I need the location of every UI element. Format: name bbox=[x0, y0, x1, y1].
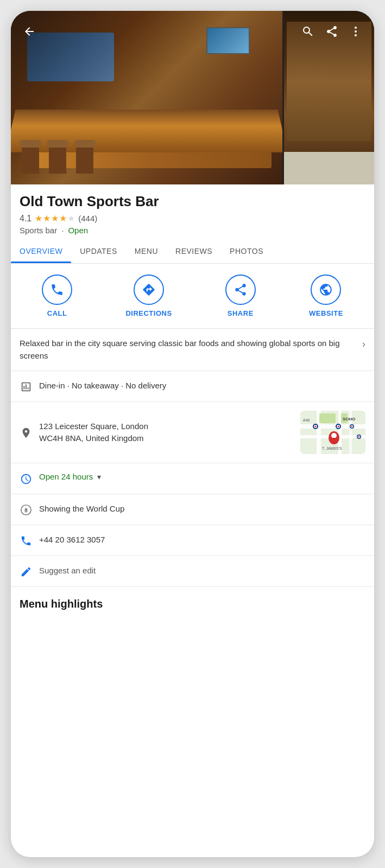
soccer-icon bbox=[20, 503, 33, 516]
tab-photos[interactable]: PHOTOS bbox=[221, 239, 272, 263]
address-text: 123 Leicester Square, London WC4H 8NA, U… bbox=[39, 420, 294, 445]
place-info-section: Old Town Sports Bar 4.1 ★ ★ ★ ★ ★ (444) … bbox=[11, 184, 374, 239]
hours-content: Open 24 hours ▾ bbox=[39, 472, 101, 481]
search-button[interactable] bbox=[298, 22, 318, 41]
call-circle bbox=[42, 275, 72, 305]
open-status: Open bbox=[68, 226, 88, 235]
star-2: ★ bbox=[43, 213, 51, 224]
rating-number: 4.1 bbox=[20, 214, 31, 224]
service-options-text: Dine-in · No takeaway · No delivery bbox=[39, 380, 365, 392]
map-thumbnail[interactable]: SOHO A40 T. JAMES'S bbox=[300, 411, 365, 454]
directions-label: DIRECTIONS bbox=[125, 309, 172, 317]
share-action[interactable]: SHARE bbox=[225, 275, 256, 317]
tab-reviews[interactable]: REVIEWS bbox=[167, 239, 221, 263]
hours-text: Open 24 hours bbox=[39, 472, 93, 481]
menu-highlights-header: Menu highlights bbox=[11, 587, 374, 615]
clock-icon bbox=[20, 472, 33, 485]
svg-point-21 bbox=[351, 426, 352, 427]
share-label: SHARE bbox=[228, 309, 254, 317]
phone-frame: Old Town Sports Bar 4.1 ★ ★ ★ ★ ★ (444) … bbox=[11, 11, 374, 857]
more-options-button[interactable] bbox=[346, 22, 365, 41]
tab-overview[interactable]: OVERVIEW bbox=[11, 239, 71, 263]
category-label: Sports bar bbox=[20, 226, 57, 235]
edit-text: Suggest an edit bbox=[39, 565, 365, 577]
svg-text:SOHO: SOHO bbox=[343, 417, 356, 422]
dot-separator: · bbox=[61, 226, 64, 235]
svg-point-0 bbox=[355, 27, 357, 29]
header-controls bbox=[11, 11, 374, 52]
svg-rect-9 bbox=[319, 413, 336, 423]
svg-point-15 bbox=[315, 426, 317, 427]
event-row: Showing the World Cup bbox=[11, 494, 374, 525]
service-icon bbox=[20, 380, 33, 393]
phone-icon bbox=[20, 534, 33, 547]
call-label: CALL bbox=[47, 309, 67, 317]
hours-row[interactable]: Open 24 hours ▾ bbox=[11, 463, 374, 494]
svg-point-28 bbox=[358, 436, 359, 437]
phone-row[interactable]: +44 20 3612 3057 bbox=[11, 525, 374, 556]
photo-header bbox=[11, 11, 374, 184]
star-4: ★ bbox=[59, 213, 67, 224]
website-circle bbox=[311, 275, 341, 305]
svg-point-24 bbox=[331, 433, 337, 438]
tab-menu[interactable]: MENU bbox=[126, 239, 167, 263]
service-options-row: Dine-in · No takeaway · No delivery bbox=[11, 371, 374, 402]
place-name: Old Town Sports Bar bbox=[20, 193, 365, 210]
tabs-row: OVERVIEW UPDATES MENU REVIEWS PHOTOS bbox=[11, 239, 374, 264]
action-buttons: CALL DIRECTIONS SHARE W bbox=[11, 264, 374, 329]
directions-circle bbox=[134, 275, 164, 305]
star-1: ★ bbox=[35, 213, 42, 224]
star-3: ★ bbox=[51, 213, 59, 224]
website-label: WEBSITE bbox=[309, 309, 343, 317]
share-circle bbox=[225, 275, 256, 305]
svg-point-1 bbox=[355, 30, 357, 33]
description-chevron: › bbox=[362, 337, 365, 350]
stars: ★ ★ ★ ★ ★ bbox=[35, 213, 75, 224]
svg-text:T. JAMES'S: T. JAMES'S bbox=[322, 446, 342, 450]
category-row: Sports bar · Open bbox=[20, 226, 365, 235]
event-text: Showing the World Cup bbox=[39, 503, 365, 515]
directions-action[interactable]: DIRECTIONS bbox=[125, 275, 172, 317]
svg-rect-4 bbox=[300, 424, 365, 429]
back-button[interactable] bbox=[20, 22, 39, 41]
review-count: (444) bbox=[78, 214, 97, 223]
website-action[interactable]: WEBSITE bbox=[309, 275, 343, 317]
hours-expand-icon[interactable]: ▾ bbox=[97, 473, 101, 481]
description-text: Relaxed bar in the city square serving c… bbox=[20, 337, 356, 362]
svg-point-18 bbox=[338, 426, 339, 427]
svg-point-2 bbox=[355, 34, 357, 36]
share-icon-button[interactable] bbox=[322, 22, 342, 41]
tab-updates[interactable]: UPDATES bbox=[71, 239, 126, 263]
phone-text: +44 20 3612 3057 bbox=[39, 534, 365, 546]
location-icon bbox=[20, 426, 33, 439]
edit-row[interactable]: Suggest an edit bbox=[11, 556, 374, 587]
svg-point-32 bbox=[24, 508, 28, 512]
call-action[interactable]: CALL bbox=[42, 275, 72, 317]
address-row[interactable]: 123 Leicester Square, London WC4H 8NA, U… bbox=[11, 402, 374, 463]
edit-icon bbox=[20, 565, 33, 578]
svg-text:A40: A40 bbox=[303, 418, 310, 422]
star-5: ★ bbox=[67, 213, 75, 224]
rating-row: 4.1 ★ ★ ★ ★ ★ (444) bbox=[20, 213, 365, 224]
description-row[interactable]: Relaxed bar in the city square serving c… bbox=[11, 329, 374, 371]
